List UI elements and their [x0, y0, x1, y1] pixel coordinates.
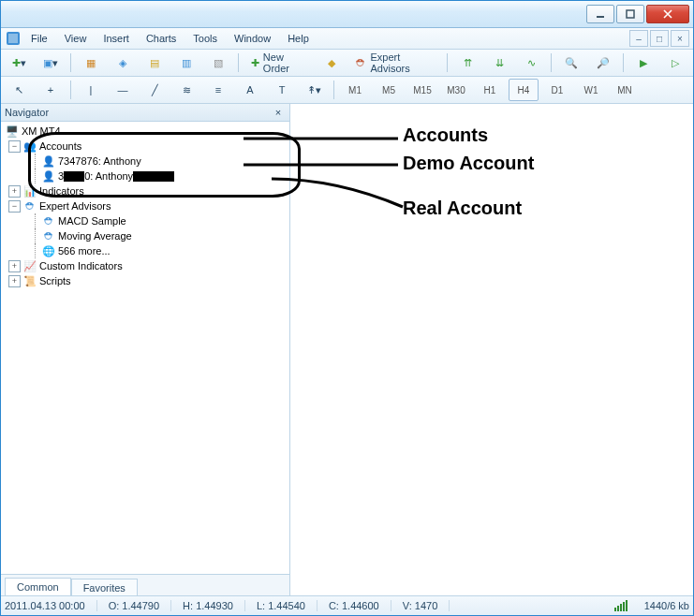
titlebar [1, 1, 693, 28]
tree-account-real[interactable]: 👤 30: Anthony [1, 169, 289, 183]
tree-root[interactable]: 🖥️ XM MT4 [1, 124, 289, 139]
minimize-button[interactable] [586, 5, 614, 23]
market-watch-button[interactable]: ▦ [77, 51, 105, 74]
menu-tools[interactable]: Tools [185, 30, 225, 47]
trendline-button[interactable]: ╱ [140, 79, 169, 101]
text-label-button[interactable]: T [268, 79, 296, 101]
ea-item-icon: ⛑ [41, 215, 56, 227]
new-order-button[interactable]: ✚ New Order [244, 51, 315, 74]
timeframe-m5[interactable]: M5 [374, 79, 404, 101]
status-network: 1440/6 kb [644, 600, 689, 611]
toolbar-main: ✚▾ ▣▾ ▦ ◈ ▤ ▥ ▧ ✚ New Order ◆ ⛑ Expert A… [1, 50, 693, 77]
tree-expert-advisors[interactable]: − ⛑ Expert Advisors [1, 198, 289, 213]
server-icon: 🖥️ [5, 125, 20, 138]
tab-common[interactable]: Common [5, 578, 71, 595]
timeframe-m1[interactable]: M1 [340, 79, 370, 101]
fibonacci-button[interactable]: ≡ [204, 79, 232, 101]
profiles-button[interactable]: ▣▾ [37, 51, 65, 74]
text-button[interactable]: A [236, 79, 264, 101]
status-high: H: 1.44930 [183, 600, 245, 611]
close-button[interactable] [646, 5, 689, 23]
navigator-panel: Navigator × 🖥️ XM MT4 − 👥 Accounts [1, 104, 290, 595]
mdi-close-button[interactable]: × [671, 30, 689, 47]
expert-advisors-button[interactable]: ⛑ Expert Advisors [349, 51, 441, 74]
zoom-in-button[interactable]: 🔍 [557, 51, 585, 74]
chart-shift-button[interactable]: ▷ [661, 51, 689, 74]
main-area: Navigator × 🖥️ XM MT4 − 👥 Accounts [1, 104, 693, 595]
connection-bars-icon [614, 600, 628, 611]
navigator-close-button[interactable]: × [271, 107, 286, 118]
tree-ea-macd[interactable]: ⛑ MACD Sample [1, 213, 289, 228]
tree-account-demo[interactable]: 👤 7347876: Anthony [1, 154, 289, 169]
ea-icon: ⛑ [22, 200, 37, 212]
arrows-button[interactable]: ↟▾ [300, 79, 328, 101]
tree-accounts[interactable]: − 👥 Accounts [1, 139, 289, 154]
svg-rect-3 [8, 34, 18, 43]
navigator-button[interactable]: ◈ [109, 51, 137, 74]
menu-view[interactable]: View [57, 30, 95, 47]
status-low: L: 1.44540 [257, 600, 317, 611]
tab-favorites[interactable]: Favorites [71, 579, 138, 595]
tree-indicators[interactable]: + 📊 Indicators [1, 183, 289, 198]
channel-button[interactable]: ≋ [172, 79, 200, 101]
scripts-icon: 📜 [22, 275, 37, 287]
annotation-real: Real Account [403, 198, 522, 219]
custom-indicators-icon: 📈 [22, 260, 37, 272]
ea-item-icon: ⛑ [41, 230, 56, 242]
app-icon [5, 30, 22, 47]
tree-custom-indicators[interactable]: + 📈 Custom Indicators [1, 258, 289, 273]
tree-scripts[interactable]: + 📜 Scripts [1, 273, 289, 288]
tree-ea-moving-average[interactable]: ⛑ Moving Average [1, 228, 289, 243]
cursor-button[interactable]: ↖ [5, 79, 33, 101]
timeframe-m30[interactable]: M30 [441, 79, 471, 101]
menu-help[interactable]: Help [280, 30, 317, 47]
collapse-icon[interactable]: − [8, 140, 21, 153]
app-window: File View Insert Charts Tools Window Hel… [0, 0, 694, 616]
timeframe-mn[interactable]: MN [610, 79, 640, 101]
annotation-accounts: Accounts [403, 125, 488, 146]
auto-scroll-button[interactable]: ▶ [629, 51, 657, 74]
toolbar-drawing: ↖ + | — ╱ ≋ ≡ A T ↟▾ M1 M5 M15 M30 H1 H4… [1, 77, 693, 104]
status-close: C: 1.44600 [329, 600, 391, 611]
indicators-icon: 📊 [22, 185, 37, 198]
zoom-out-button[interactable]: 🔎 [589, 51, 617, 74]
collapse-icon[interactable]: − [8, 200, 21, 213]
svg-rect-1 [627, 10, 634, 18]
mdi-minimize-button[interactable]: – [629, 30, 648, 47]
data-window-button[interactable]: ▤ [140, 51, 169, 74]
menu-file[interactable]: File [23, 30, 55, 47]
status-datetime: 2011.04.13 00:00 [5, 600, 97, 611]
expand-icon[interactable]: + [8, 275, 21, 287]
crosshair-button[interactable]: + [37, 79, 65, 101]
strategy-tester-button[interactable]: ▧ [204, 51, 232, 74]
maximize-button[interactable] [616, 5, 644, 23]
plus-icon: ✚ [251, 57, 259, 69]
timeframe-m15[interactable]: M15 [407, 79, 437, 101]
expand-icon[interactable]: + [8, 260, 21, 272]
timeframe-h1[interactable]: H1 [475, 79, 505, 101]
bar-chart-button[interactable]: ⇈ [453, 51, 481, 74]
timeframe-w1[interactable]: W1 [576, 79, 606, 101]
candlestick-button[interactable]: ⇊ [485, 51, 513, 74]
chart-area[interactable]: Accounts Demo Account Real Account [290, 104, 693, 595]
redacted-name [133, 171, 174, 182]
terminal-button[interactable]: ▥ [172, 51, 200, 74]
expand-icon[interactable]: + [8, 185, 21, 198]
line-chart-button[interactable]: ∿ [517, 51, 545, 74]
tree-ea-more[interactable]: 🌐 566 more... [1, 243, 289, 258]
menu-insert[interactable]: Insert [96, 30, 137, 47]
horizontal-line-button[interactable]: — [109, 79, 137, 101]
timeframe-d1[interactable]: D1 [542, 79, 572, 101]
mdi-restore-button[interactable]: □ [650, 30, 669, 47]
annotation-demo: Demo Account [403, 153, 534, 174]
menu-charts[interactable]: Charts [139, 30, 184, 47]
vertical-line-button[interactable]: | [77, 79, 105, 101]
navigator-title: Navigator [5, 107, 49, 118]
autotrading-button[interactable]: ◆ [317, 51, 346, 74]
redacted-number [64, 171, 84, 182]
timeframe-h4[interactable]: H4 [509, 79, 539, 101]
user-icon: 👤 [41, 155, 56, 168]
new-chart-button[interactable]: ✚▾ [5, 51, 33, 74]
status-volume: V: 1470 [403, 600, 450, 611]
menu-window[interactable]: Window [227, 30, 278, 47]
